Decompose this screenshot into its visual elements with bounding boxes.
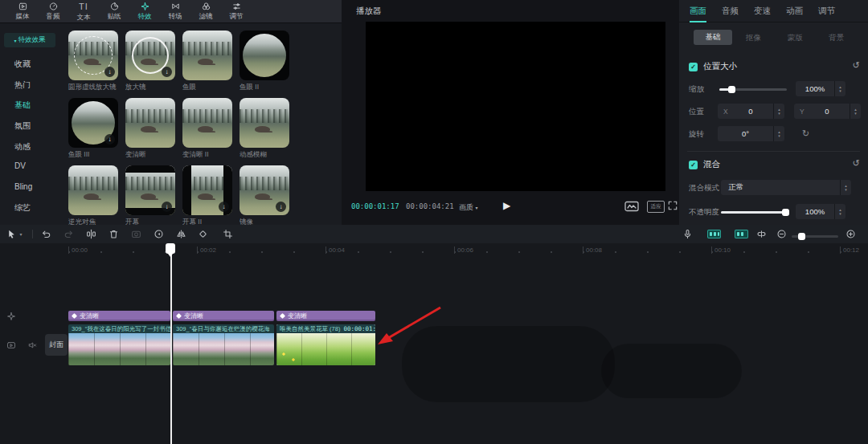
subtab-background[interactable]: 背景 [829,33,844,43]
effect-item[interactable]: ↓ 圆形虚线放大镜 [68,31,121,92]
split-button[interactable] [84,227,98,241]
play-button[interactable]: ▶ [503,200,510,211]
rotate-stepper[interactable]: ▴▾ [773,126,784,141]
tab-effects[interactable]: 特效 [129,2,161,22]
redo-button[interactable] [61,227,76,241]
auto-snap-toggle[interactable] [735,230,748,238]
fullscreen-icon[interactable] [668,201,678,210]
blend-mode-dropdown[interactable]: 正常 ▴▾ [721,180,851,195]
position-x-stepper[interactable]: ▴▾ [773,104,784,119]
position-y-stepper[interactable]: ▴▾ [850,104,861,119]
zoom-in-button[interactable] [843,227,858,241]
effect-item[interactable]: ↓ 镜像 [240,165,293,227]
sidebar-item-hot[interactable]: 热门 [14,79,31,91]
sidebar-item-favorites[interactable]: 收藏 [14,59,31,70]
crop-button[interactable] [220,227,235,241]
sidebar-item-dv[interactable]: DV [14,161,26,170]
effect-clip[interactable]: 变清晰 [173,311,274,321]
tab-animation[interactable]: 动画 [786,0,803,21]
opacity-slider-handle[interactable] [782,209,789,216]
position-size-checkbox[interactable]: ✓ [689,63,698,71]
video-clip-selected[interactable]: 唯美自然美景花草 (78) 00:00:01:17 [276,324,375,365]
effect-item[interactable]: 逆光对焦 [68,165,121,227]
timeline-area[interactable]: 00:00 00:02 00:04 00:06 00:08 00:10 00:1… [0,243,868,444]
effect-item[interactable]: ↓ 开幕 [125,165,178,227]
reset-position-size-icon[interactable]: ↺ [850,60,862,71]
scale-slider[interactable] [719,88,787,91]
scale-stepper[interactable]: ▴▾ [834,81,845,96]
effect-item[interactable]: 鱼眼 II [240,31,293,92]
sidebar-header[interactable]: ▾ 特效效果 [4,33,55,47]
rotate-value-box[interactable]: 0° ▴▾ [718,126,784,141]
blend-mode-value: 正常 [721,182,840,193]
tab-audio-props[interactable]: 音频 [722,0,739,21]
video-clip[interactable]: 309_“春日与你邂逅在烂漫的樱花海 [173,324,274,365]
opacity-stepper[interactable]: ▴▾ [834,204,845,219]
undo-button[interactable] [39,227,53,241]
blend-mode-stepper[interactable]: ▴▾ [840,180,851,195]
rotate-button[interactable] [195,227,210,241]
effect-item[interactable]: ↓ 放大镜 [125,31,178,92]
effect-item[interactable]: ↓ 开幕 II [182,165,235,227]
tab-sticker[interactable]: 贴纸 [98,2,130,22]
download-icon: ↓ [104,134,115,145]
video-clip[interactable]: 309_“我在这春日的阳光写了一封书信 [68,324,170,365]
quality-dropdown[interactable]: 画质 ▾ [459,202,478,213]
subtab-cutout[interactable]: 抠像 [746,33,761,43]
tab-adjustment[interactable]: 调节 [818,0,835,21]
select-tool-chevron-icon[interactable]: ▾ [17,227,25,241]
timeline-zoom-handle[interactable] [798,233,805,240]
link-clips-button[interactable] [754,227,768,241]
sidebar-item-variety[interactable]: 综艺 [14,202,31,214]
opacity-slider-fill [721,211,785,214]
reverse-button[interactable] [151,227,166,241]
effect-clip[interactable]: 变清晰 [276,311,375,321]
rotate-dial-icon[interactable]: ↻ [802,128,809,139]
tab-media[interactable]: 媒体 [6,2,39,22]
effect-item[interactable]: 变清晰 II [182,98,235,160]
fit-ratio-button[interactable]: 适应 [647,201,665,213]
tab-filter[interactable]: 滤镜 [190,2,222,22]
video-clip-duration: 00:00:01:17 [343,324,375,333]
effect-item[interactable]: 鱼眼 [182,31,235,92]
sidebar-item-bling[interactable]: Bling [14,182,32,191]
scale-slider-handle[interactable] [728,86,735,93]
playhead-line[interactable] [170,243,172,444]
subtab-mask[interactable]: 蒙版 [788,33,803,43]
mirror-button[interactable] [174,227,188,241]
tab-transition[interactable]: 转场 [159,2,191,22]
tab-speed[interactable]: 变速 [754,0,771,21]
tab-text[interactable]: TI 文本 [68,2,100,22]
opacity-slider[interactable] [721,211,789,214]
position-y-box[interactable]: Y 0 ▴▾ [794,104,861,119]
position-x-box[interactable]: X 0 ▴▾ [718,104,784,119]
zoom-out-button[interactable] [774,227,788,241]
delete-button[interactable] [106,227,121,241]
reset-blend-icon[interactable]: ↺ [850,158,862,169]
tab-audio[interactable]: 音频 [37,2,69,22]
freeze-frame-button[interactable] [129,227,143,241]
tab-picture[interactable]: 画面 [690,0,706,22]
effect-item[interactable]: 变清晰 [125,98,178,160]
scale-value-box[interactable]: 100% ▴▾ [796,81,845,96]
subtab-basic[interactable]: 基础 [694,30,732,45]
effect-item[interactable]: 动感模糊 [240,98,293,160]
video-preview[interactable] [366,22,665,191]
tab-adjust[interactable]: 调节 [220,2,252,22]
blend-checkbox[interactable]: ✓ [689,161,698,169]
effect-clip[interactable]: 变清晰 [68,311,170,321]
render-preview-icon[interactable] [624,201,639,212]
sidebar-item-dynamic[interactable]: 动感 [14,141,31,153]
cover-button[interactable]: 封面 [45,334,68,356]
opacity-value-box[interactable]: 100% ▴▾ [796,204,845,219]
sidebar-item-ambience[interactable]: 氛围 [14,120,31,132]
download-icon: ↓ [276,202,286,212]
timeline-zoom-slider[interactable] [792,235,838,238]
sidebar-item-basic[interactable]: 基础 [14,100,31,111]
track-visibility-icon[interactable] [6,340,16,350]
track-mute-icon[interactable] [27,340,37,350]
record-voiceover-button[interactable] [680,227,694,241]
effect-item[interactable]: ↓ 鱼眼 III [68,98,121,160]
playhead-handle[interactable] [166,243,175,254]
main-track-magnet-toggle[interactable] [707,230,721,238]
